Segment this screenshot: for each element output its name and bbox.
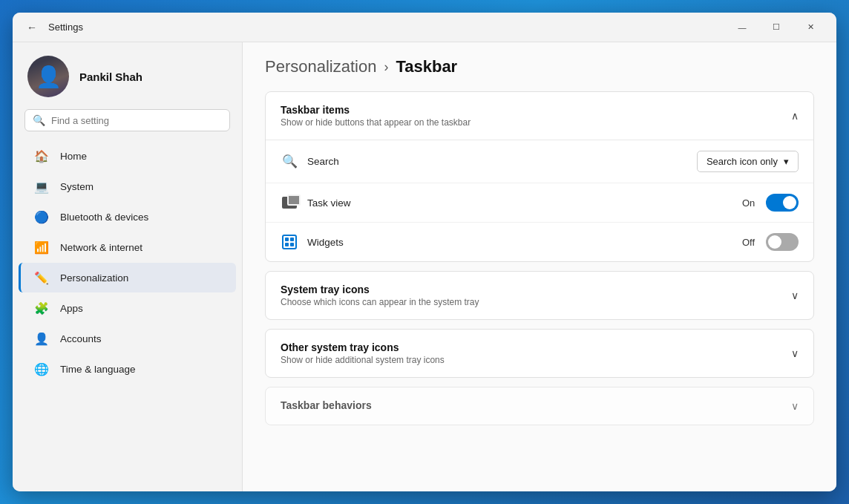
breadcrumb: Personalization › Taskbar [265,57,814,76]
search-dropdown-button[interactable]: Search icon only ▾ [697,151,799,172]
search-setting-label: Search [307,156,688,167]
taskbar-behaviors-chevron: ∨ [791,400,799,412]
task-view-setting-row: Task view On [266,183,813,223]
system-tray-title: System tray icons [281,284,479,295]
personalization-icon: ✏️ [33,269,50,286]
other-tray-title: Other system tray icons [281,341,445,353]
sidebar-item-label-accounts: Accounts [60,333,102,344]
widgets-setting-row: Widgets Off [266,223,813,261]
task-view-toggle-knob [783,196,796,209]
breadcrumb-parent: Personalization [265,57,376,76]
sidebar-item-home[interactable]: 🏠 Home [19,141,236,171]
task-view-status: On [742,197,758,209]
network-icon: 📶 [33,239,50,255]
sidebar-item-personalization[interactable]: ✏️ Personalization [19,263,236,292]
avatar [27,56,69,97]
widgets-toggle-control: Off [742,233,799,251]
maximize-button[interactable]: ☐ [759,16,793,39]
widgets-toggle[interactable] [766,233,799,251]
window-body: Pankil Shah 🔍 🏠 Home 💻 System 🔵 [13,42,836,491]
settings-window: ← Settings — ☐ ✕ Pankil Shah 🔍 🏠 [13,13,836,491]
apps-icon: 🧩 [33,300,50,316]
nav-list: 🏠 Home 💻 System 🔵 Bluetooth & devices 📶 … [13,137,242,387]
task-view-toggle[interactable] [766,194,799,212]
system-tray-subtitle: Choose which icons can appear in the sys… [281,297,479,307]
main-content: Personalization › Taskbar Taskbar items … [243,42,836,491]
taskview-graphic [282,197,297,209]
sidebar-item-system[interactable]: 💻 System [19,171,236,201]
other-tray-header[interactable]: Other system tray icons Show or hide add… [266,330,813,377]
task-view-label: Task view [307,197,733,209]
close-button[interactable]: ✕ [793,16,827,39]
task-view-icon [281,194,298,212]
system-tray-header-text: System tray icons Choose which icons can… [281,284,479,307]
other-tray-header-text: Other system tray icons Show or hide add… [281,341,445,365]
sidebar-item-apps[interactable]: 🧩 Apps [19,293,236,323]
taskbar-items-subtitle: Show or hide buttons that appear on the … [281,117,471,128]
widgets-toggle-knob [768,235,781,249]
taskbar-behaviors-header-text: Taskbar behaviors [281,399,372,413]
titlebar-title: Settings [48,22,83,33]
taskbar-behaviors-header[interactable]: Taskbar behaviors ∨ [266,387,813,425]
home-icon: 🏠 [33,148,50,164]
sidebar: Pankil Shah 🔍 🏠 Home 💻 System 🔵 [13,42,243,491]
taskbar-behaviors-title: Taskbar behaviors [281,399,372,411]
minimize-button[interactable]: — [725,16,759,39]
system-tray-chevron: ∨ [791,289,799,301]
sidebar-item-label-system: System [60,181,94,192]
system-tray-header[interactable]: System tray icons Choose which icons can… [266,272,813,319]
search-input[interactable] [51,115,222,126]
breadcrumb-separator: › [384,59,388,75]
sidebar-item-label-apps: Apps [60,303,83,314]
taskbar-items-header-text: Taskbar items Show or hide buttons that … [281,104,471,128]
search-box[interactable]: 🔍 [24,109,230,131]
search-setting-icon: 🔍 [281,153,298,171]
sidebar-item-bluetooth[interactable]: 🔵 Bluetooth & devices [19,202,236,232]
other-tray-chevron: ∨ [791,347,799,359]
titlebar: ← Settings — ☐ ✕ [13,13,836,42]
search-dropdown-value: Search icon only [707,156,778,167]
system-tray-section: System tray icons Choose which icons can… [265,271,814,320]
taskbar-behaviors-section: Taskbar behaviors ∨ [265,387,814,425]
taskbar-items-chevron: ∧ [791,110,799,122]
search-dropdown-control: Search icon only ▾ [697,151,799,172]
titlebar-controls: — ☐ ✕ [725,16,827,39]
other-tray-section: Other system tray icons Show or hide add… [265,329,814,378]
sidebar-item-label-time: Time & language [60,364,136,375]
breadcrumb-current: Taskbar [396,57,457,76]
user-section: Pankil Shah [13,42,242,106]
accounts-icon: 👤 [33,330,50,347]
widgets-icon-container [281,233,298,251]
widgets-label: Widgets [307,237,733,248]
bluetooth-icon: 🔵 [33,209,50,225]
widgets-status: Off [742,237,758,248]
search-setting-row: 🔍 Search Search icon only ▾ [266,140,813,183]
taskbar-items-header[interactable]: Taskbar items Show or hide buttons that … [266,92,813,140]
search-icon: 🔍 [33,114,45,126]
magnify-icon: 🔍 [282,154,298,169]
system-icon: 💻 [33,178,50,194]
taskbar-items-section: Taskbar items Show or hide buttons that … [265,91,814,262]
task-view-toggle-control: On [742,194,799,212]
other-tray-subtitle: Show or hide additional system tray icon… [281,355,445,365]
sidebar-item-label-home: Home [60,151,87,162]
taskbar-items-title: Taskbar items [281,104,471,116]
sidebar-item-label-network: Network & internet [60,242,142,253]
sidebar-item-label-bluetooth: Bluetooth & devices [60,212,148,223]
sidebar-item-label-personalization: Personalization [60,272,128,284]
time-icon: 🌐 [33,361,50,377]
back-button[interactable]: ← [22,17,42,38]
user-name: Pankil Shah [79,71,142,83]
sidebar-item-accounts[interactable]: 👤 Accounts [19,324,236,353]
widgets-graphic [282,235,297,249]
chevron-down-icon: ▾ [784,156,789,167]
sidebar-item-network[interactable]: 📶 Network & internet [19,232,236,262]
sidebar-item-time[interactable]: 🌐 Time & language [19,354,236,384]
